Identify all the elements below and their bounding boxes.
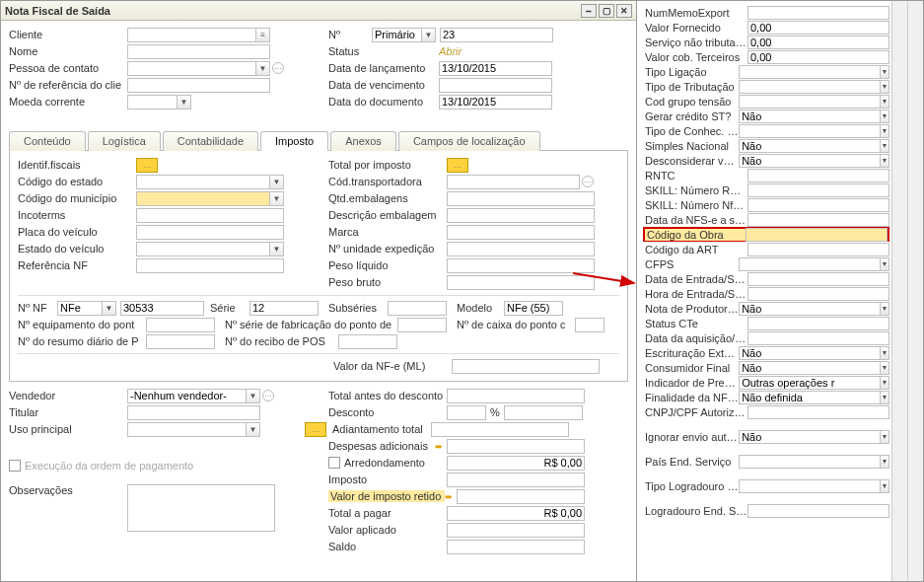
side-input[interactable] bbox=[739, 257, 881, 271]
side-input[interactable] bbox=[747, 21, 889, 35]
dropdown-icon[interactable]: ▼ bbox=[881, 430, 889, 444]
side-input[interactable] bbox=[739, 346, 881, 360]
tab-anexos[interactable]: Anexos bbox=[330, 131, 396, 151]
dropdown-icon[interactable]: ▼ bbox=[246, 422, 260, 437]
cliente-lookup[interactable]: ≡ bbox=[255, 28, 270, 42]
refnf-input[interactable] bbox=[136, 258, 284, 273]
side-input[interactable] bbox=[747, 6, 889, 20]
dropdown-icon[interactable]: ▼ bbox=[881, 95, 889, 109]
dropdown-icon[interactable]: ▼ bbox=[255, 61, 270, 76]
moeda-input[interactable] bbox=[127, 95, 177, 109]
refcli-input[interactable] bbox=[127, 78, 270, 93]
app-scrollbar[interactable] bbox=[907, 1, 923, 581]
venc-input[interactable] bbox=[439, 78, 552, 93]
identif-detail-button[interactable]: … bbox=[136, 158, 158, 173]
saldo-input[interactable] bbox=[447, 540, 585, 554]
side-input[interactable] bbox=[739, 124, 881, 138]
side-input[interactable] bbox=[739, 302, 881, 316]
minimize-button[interactable]: ‒ bbox=[581, 4, 597, 18]
pliq-input[interactable] bbox=[447, 258, 595, 273]
lanc-input[interactable] bbox=[439, 61, 552, 76]
resumo-input[interactable] bbox=[146, 334, 215, 349]
side-input[interactable] bbox=[739, 139, 881, 153]
dropdown-icon[interactable]: ▼ bbox=[269, 242, 284, 256]
dropdown-icon[interactable]: ▼ bbox=[881, 302, 889, 316]
side-input[interactable] bbox=[747, 405, 889, 419]
subseries-input[interactable] bbox=[388, 301, 447, 316]
titular-input[interactable] bbox=[127, 405, 260, 420]
tab-logistica[interactable]: Logística bbox=[88, 131, 161, 151]
no-value[interactable] bbox=[440, 28, 553, 42]
adiant-input[interactable] bbox=[431, 422, 569, 437]
arrow-icon[interactable]: ➨ bbox=[445, 491, 453, 502]
incoterms-input[interactable] bbox=[136, 208, 284, 223]
link-icon[interactable]: ⋯ bbox=[272, 62, 284, 74]
arred-input[interactable] bbox=[447, 456, 585, 471]
estveic-input[interactable] bbox=[136, 242, 269, 256]
municipio-input[interactable] bbox=[136, 191, 269, 206]
side-scrollbar[interactable] bbox=[891, 1, 907, 581]
dropdown-icon[interactable]: ▼ bbox=[881, 109, 889, 123]
despadd-input[interactable] bbox=[447, 439, 585, 454]
dropdown-icon[interactable]: ▼ bbox=[881, 257, 889, 271]
desc-val-input[interactable] bbox=[504, 405, 583, 420]
side-input[interactable] bbox=[747, 272, 889, 286]
side-input[interactable] bbox=[747, 504, 889, 518]
valorml-input[interactable] bbox=[452, 359, 600, 374]
imposto-input[interactable] bbox=[447, 473, 585, 487]
recibo-input[interactable] bbox=[338, 334, 397, 349]
estado-input[interactable] bbox=[136, 175, 269, 189]
seriefab-input[interactable] bbox=[397, 318, 447, 332]
side-input[interactable] bbox=[739, 154, 881, 168]
side-input[interactable] bbox=[747, 213, 889, 227]
dropdown-icon[interactable]: ▼ bbox=[881, 346, 889, 360]
desc-pct-input[interactable] bbox=[447, 405, 486, 420]
side-input[interactable] bbox=[747, 317, 889, 330]
side-input[interactable] bbox=[739, 95, 881, 109]
aplic-input[interactable] bbox=[447, 523, 585, 538]
dropdown-icon[interactable]: ▼ bbox=[881, 65, 889, 79]
modelo-input[interactable] bbox=[504, 301, 563, 316]
dropdown-icon[interactable]: ▼ bbox=[269, 175, 284, 189]
tab-campos[interactable]: Campos de localização bbox=[398, 131, 540, 151]
adiant-detail[interactable]: … bbox=[305, 422, 326, 437]
tab-imposto[interactable]: Imposto bbox=[260, 131, 328, 151]
usoprinc-input[interactable] bbox=[127, 422, 246, 437]
tab-contabilidade[interactable]: Contabilidade bbox=[163, 131, 258, 151]
antes-input[interactable] bbox=[447, 389, 585, 403]
dropdown-icon[interactable]: ▼ bbox=[421, 28, 436, 42]
dropdown-icon[interactable]: ▼ bbox=[881, 376, 889, 390]
obs-textarea[interactable] bbox=[127, 484, 275, 532]
link-icon[interactable]: ⋯ bbox=[582, 176, 594, 187]
dropdown-icon[interactable]: ▼ bbox=[177, 95, 191, 109]
arred-checkbox[interactable] bbox=[328, 457, 340, 469]
side-input[interactable] bbox=[747, 331, 889, 345]
side-input[interactable] bbox=[747, 169, 889, 182]
pagar-input[interactable] bbox=[447, 506, 585, 521]
side-input[interactable] bbox=[739, 376, 881, 390]
close-button[interactable]: ✕ bbox=[616, 4, 632, 18]
side-input[interactable] bbox=[747, 50, 889, 64]
dropdown-icon[interactable]: ▼ bbox=[881, 455, 889, 469]
retido-input[interactable] bbox=[457, 489, 585, 504]
side-input[interactable] bbox=[739, 361, 881, 375]
caixa-input[interactable] bbox=[575, 318, 604, 332]
dropdown-icon[interactable]: ▼ bbox=[881, 124, 889, 138]
side-input[interactable] bbox=[739, 65, 881, 79]
nome-input[interactable] bbox=[127, 44, 270, 59]
descemb-input[interactable] bbox=[447, 208, 595, 223]
maximize-button[interactable]: ▢ bbox=[599, 4, 614, 18]
placa-input[interactable] bbox=[136, 225, 284, 240]
side-input[interactable] bbox=[739, 430, 881, 444]
marca-input[interactable] bbox=[447, 225, 595, 240]
side-input[interactable] bbox=[739, 80, 881, 94]
side-input[interactable] bbox=[747, 36, 889, 49]
side-input[interactable] bbox=[747, 183, 889, 197]
side-input[interactable] bbox=[747, 243, 889, 256]
contato-input[interactable] bbox=[127, 61, 255, 76]
dropdown-icon[interactable]: ▼ bbox=[881, 391, 889, 404]
dropdown-icon[interactable]: ▼ bbox=[269, 191, 284, 206]
no-type[interactable] bbox=[372, 28, 421, 42]
transp-input[interactable] bbox=[447, 175, 580, 189]
side-input[interactable] bbox=[739, 455, 881, 469]
